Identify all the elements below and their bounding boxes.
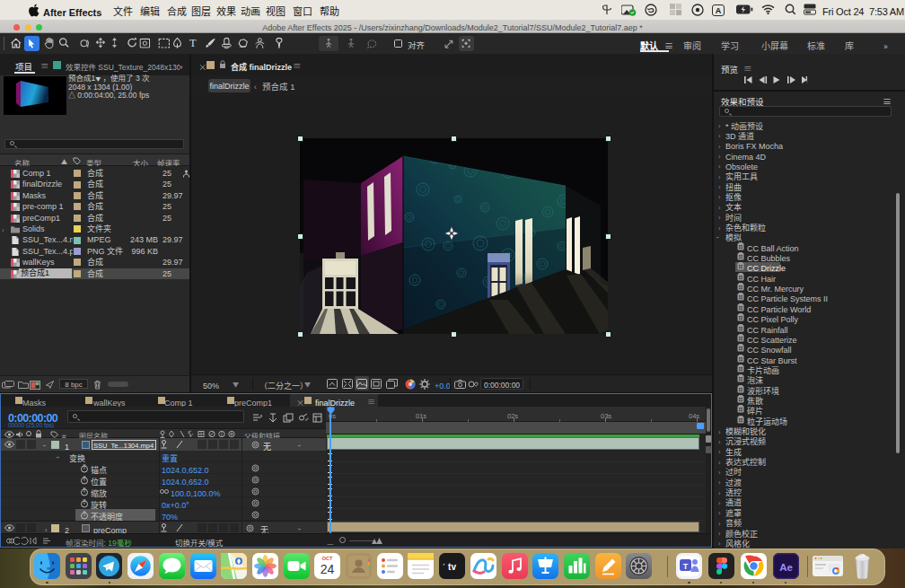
svg-text:tv: tv	[448, 562, 456, 572]
svg-text:T: T	[682, 562, 688, 571]
svg-text:24: 24	[321, 562, 335, 576]
svg-text:Ae: Ae	[779, 562, 793, 573]
svg-text:OCT: OCT	[322, 556, 333, 561]
